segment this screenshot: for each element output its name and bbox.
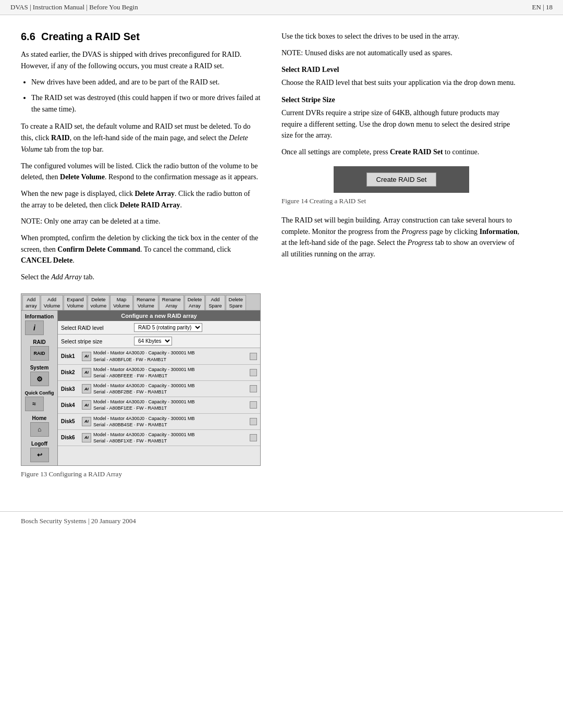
stripe-size-body: Current DVRs require a stripe size of 64… [282, 107, 521, 141]
disk-row: Disk5 Ai Model - Maxtor 4A300J0 · Capaci… [58, 414, 260, 430]
para2: The configured volumes will be listed. C… [21, 161, 261, 183]
stripe-size-select[interactable]: 64 Kbytes [134, 337, 172, 346]
sidebar-information[interactable]: Information i [25, 314, 54, 335]
para4: NOTE: Only one array can be deleted at a… [21, 216, 261, 227]
bullet-list: New drives have been added, and are to b… [31, 77, 261, 115]
information-icon[interactable]: i [25, 320, 44, 335]
para5: When prompted, confirm the deletion by c… [21, 232, 261, 266]
tab-delete-spare[interactable]: DeleteSpare [226, 295, 246, 311]
right-column: Use the tick boxes to select the drives … [282, 31, 521, 485]
stripe-size-row: Select stripe size 64 Kbytes [58, 335, 260, 348]
disk1-icon: Ai [82, 352, 91, 361]
disk6-icon: Ai [82, 433, 91, 442]
header-right: EN | 18 [532, 3, 553, 11]
right-note: NOTE: Unused disks are not automatically… [282, 47, 521, 59]
tab-delete-array[interactable]: DeleteArray [185, 295, 205, 311]
disk-list: Disk1 Ai Model - Maxtor 4A300J0 · Capaci… [58, 348, 260, 446]
figure13-caption: Figure 13 Configuring a RAID Array [21, 469, 261, 479]
disk5-icon: Ai [82, 417, 91, 426]
tab-rename-array[interactable]: RenameArray [159, 295, 184, 311]
footer-text: Bosch Security Systems | 20 January 2004 [21, 517, 136, 525]
disk4-checkbox[interactable] [250, 401, 257, 409]
disk-row: Disk4 Ai Model - Maxtor 4A300J0 · Capaci… [58, 397, 260, 413]
raid-main-area: Configure a new RAID array Select RAID l… [58, 311, 260, 465]
raid-diagram: Addarray AddVolume ExpandVolume Deletevo… [21, 293, 261, 466]
disk2-checkbox[interactable] [250, 369, 257, 376]
disk-row: Disk3 Ai Model - Maxtor 4A300J0 · Capaci… [58, 381, 260, 397]
section-title: 6.6 Creating a RAID Set [21, 31, 261, 43]
disk3-checkbox[interactable] [250, 385, 257, 392]
page-header: DVAS | Instruction Manual | Before You B… [0, 0, 563, 15]
raid-sidebar: Information i RAID RAID System ⚙ Quick C… [21, 311, 58, 465]
tab-delete-volume[interactable]: Deletevolume [88, 295, 110, 311]
disk6-checkbox[interactable] [250, 434, 257, 441]
raid-level-heading: Select RAID Level [282, 66, 521, 74]
tab-map-volume[interactable]: MapVolume [110, 295, 133, 311]
stripe-size-label: Select stripe size [61, 338, 129, 344]
logoff-icon[interactable]: ↩ [30, 448, 49, 462]
disk-row: Disk6 Ai Model - Maxtor 4A300J0 · Capaci… [58, 430, 260, 446]
figure14-caption: Figure 14 Creating a RAID Set [282, 196, 521, 206]
sidebar-system[interactable]: System ⚙ [30, 365, 49, 386]
raid-icon[interactable]: RAID [30, 346, 49, 361]
system-icon[interactable]: ⚙ [30, 372, 49, 386]
disk2-icon: Ai [82, 368, 91, 377]
tab-expand-volume[interactable]: ExpandVolume [64, 295, 87, 311]
raid-level-select[interactable]: RAID 5 (rotating parity) [134, 323, 202, 332]
sidebar-logoff[interactable]: Logoff ↩ [30, 441, 49, 462]
intro-para: As stated earlier, the DVAS is shipped w… [21, 49, 261, 71]
disk-row: Disk2 Ai Model - Maxtor 4A300J0 · Capaci… [58, 365, 260, 381]
sidebar-home[interactable]: Home ⌂ [30, 415, 49, 437]
tab-add-array[interactable]: Addarray [22, 295, 40, 311]
raid-level-body: Choose the RAID level that best suits yo… [282, 77, 521, 89]
tab-add-spare[interactable]: AddSpare [205, 295, 225, 311]
raid-tabs: Addarray AddVolume ExpandVolume Deletevo… [21, 294, 260, 311]
disk3-icon: Ai [82, 384, 91, 393]
bullet-2: The RAID set was destroyed (this could h… [31, 92, 261, 115]
bullet-1: New drives have been added, and are to b… [31, 77, 261, 88]
raid-level-row: Select RAID level RAID 5 (rotating parit… [58, 321, 260, 335]
header-left: DVAS | Instruction Manual | Before You B… [10, 3, 138, 11]
disk5-checkbox[interactable] [250, 418, 257, 425]
create-raid-set-button[interactable]: Create RAID Set [366, 172, 437, 187]
right-intro: Use the tick boxes to select the drives … [282, 31, 521, 42]
quick-config-icon[interactable]: ≈ [25, 397, 44, 411]
sidebar-quick-config[interactable]: Quick Config ≈ [25, 390, 54, 411]
para3: When the new page is displayed, click De… [21, 188, 261, 211]
create-btn-container: Create RAID Set [334, 166, 469, 193]
sidebar-raid[interactable]: RAID RAID [30, 339, 49, 361]
raid-title-bar: Configure a new RAID array [58, 311, 260, 321]
disk-row: Disk1 Ai Model - Maxtor 4A300J0 · Capaci… [58, 348, 260, 364]
home-icon[interactable]: ⌂ [30, 422, 49, 437]
para-building: The RAID set will begin building. Array … [282, 215, 521, 260]
para1: To create a RAID set, the default volume… [21, 121, 261, 155]
para6: Select the Add Array tab. [21, 272, 261, 283]
figure14-area: Create RAID Set Figure 14 Creating a RAI… [282, 166, 521, 206]
disk1-checkbox[interactable] [250, 353, 257, 360]
page-footer: Bosch Security Systems | 20 January 2004 [0, 511, 563, 530]
disk4-icon: Ai [82, 400, 91, 410]
tab-rename-volume[interactable]: RenameVolume [133, 295, 158, 311]
left-column: 6.6 Creating a RAID Set As stated earlie… [21, 31, 261, 485]
raid-level-label: Select RAID level [61, 325, 129, 331]
para-create: Once all settings are complete, press Cr… [282, 146, 521, 158]
stripe-size-heading: Select Stripe Size [282, 96, 521, 104]
tab-add-volume[interactable]: AddVolume [41, 295, 64, 311]
